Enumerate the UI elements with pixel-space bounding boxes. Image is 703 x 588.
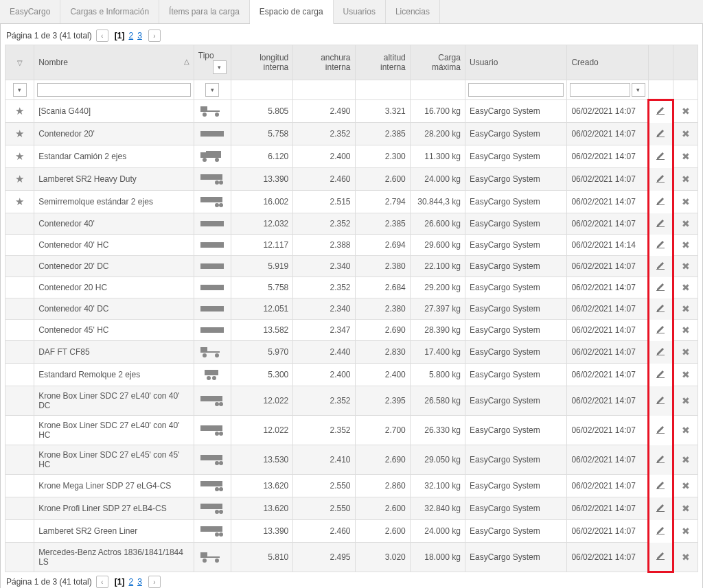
delete-icon[interactable]: ✖	[673, 235, 698, 256]
edit-icon[interactable]	[648, 100, 673, 123]
svg-rect-7	[200, 152, 206, 158]
edit-icon[interactable]	[648, 497, 673, 520]
tab--tems-para-la-carga[interactable]: Ítems para la carga	[159, 0, 250, 23]
delete-icon[interactable]: ✖	[673, 416, 698, 445]
delete-icon[interactable]: ✖	[673, 191, 698, 213]
pager-next[interactable]: ›	[148, 576, 161, 588]
favorite-icon[interactable]	[5, 520, 34, 543]
edit-icon[interactable]	[648, 520, 673, 543]
filter-date[interactable]	[570, 83, 630, 97]
filter-name[interactable]	[37, 83, 191, 97]
edit-icon[interactable]	[648, 341, 673, 364]
edit-icon[interactable]	[648, 191, 673, 213]
favorite-icon[interactable]	[5, 235, 34, 256]
favorite-icon[interactable]	[5, 213, 34, 235]
edit-icon[interactable]	[648, 475, 673, 497]
edit-icon[interactable]	[648, 298, 673, 320]
edit-icon[interactable]	[648, 543, 673, 572]
col-anchura[interactable]: anchura interna	[293, 45, 355, 80]
col-nombre[interactable]: Nombre △	[34, 45, 194, 80]
favorite-icon[interactable]	[5, 364, 34, 386]
favorite-icon[interactable]	[5, 320, 34, 341]
favorite-icon[interactable]: ★	[5, 123, 34, 145]
edit-icon[interactable]	[648, 256, 673, 277]
favorite-icon[interactable]	[5, 386, 34, 416]
pager-next[interactable]: ›	[148, 30, 161, 42]
favorite-icon[interactable]: ★	[5, 191, 34, 213]
delete-icon[interactable]: ✖	[673, 543, 698, 572]
col-favorite[interactable]: ▽	[5, 45, 34, 80]
cell-maxload: 11.300 kg	[410, 145, 465, 168]
cell-length: 12.117	[231, 235, 292, 256]
pager-page-2[interactable]: 2	[128, 577, 133, 587]
delete-icon[interactable]: ✖	[673, 100, 698, 123]
favorite-icon[interactable]	[5, 543, 34, 572]
delete-icon[interactable]: ✖	[673, 475, 698, 497]
pager-prev[interactable]: ‹	[96, 576, 108, 588]
edit-icon[interactable]	[648, 416, 673, 445]
vehicle-type-icon	[194, 298, 231, 320]
col-longitud[interactable]: longitud interna	[231, 45, 292, 80]
edit-icon[interactable]	[648, 145, 673, 168]
delete-icon[interactable]: ✖	[673, 213, 698, 235]
favorite-icon[interactable]: ★	[5, 100, 34, 123]
delete-icon[interactable]: ✖	[673, 320, 698, 341]
edit-icon[interactable]	[648, 320, 673, 341]
pager-page-3[interactable]: 3	[137, 577, 142, 587]
tab-easycargo[interactable]: EasyCargo	[0, 0, 60, 23]
favorite-icon[interactable]: ★	[5, 168, 34, 191]
favorite-icon[interactable]	[5, 475, 34, 497]
cell-length: 12.022	[231, 416, 292, 445]
tab-usuarios[interactable]: Usuarios	[334, 0, 386, 23]
delete-icon[interactable]: ✖	[673, 123, 698, 145]
edit-icon[interactable]	[648, 213, 673, 235]
col-altitud[interactable]: altitud interna	[355, 45, 410, 80]
edit-icon[interactable]	[648, 445, 673, 475]
delete-icon[interactable]: ✖	[673, 256, 698, 277]
svg-point-38	[207, 376, 211, 380]
edit-icon[interactable]	[648, 235, 673, 256]
pager-page-3[interactable]: 3	[137, 31, 142, 40]
tab-licencias[interactable]: Licencias	[386, 0, 440, 23]
filter-fav[interactable]: ▾	[13, 83, 27, 97]
delete-icon[interactable]: ✖	[673, 364, 698, 386]
svg-rect-4	[656, 114, 665, 115]
delete-icon[interactable]: ✖	[673, 445, 698, 475]
svg-rect-29	[656, 311, 665, 312]
pager-page-2[interactable]: 2	[128, 31, 133, 40]
col-tipo[interactable]: Tipo ▾	[194, 45, 231, 80]
favorite-icon[interactable]	[5, 277, 34, 298]
edit-icon[interactable]	[648, 364, 673, 386]
delete-icon[interactable]: ✖	[673, 386, 698, 416]
edit-icon[interactable]	[648, 123, 673, 145]
favorite-icon[interactable]: ★	[5, 145, 34, 168]
filter-type[interactable]: ▾	[205, 83, 219, 97]
favorite-icon[interactable]	[5, 341, 34, 364]
favorite-icon[interactable]	[5, 298, 34, 320]
favorite-icon[interactable]	[5, 497, 34, 520]
delete-icon[interactable]: ✖	[673, 520, 698, 543]
tab-cargas-e-informaci-n[interactable]: Cargas e Información	[60, 0, 159, 23]
delete-icon[interactable]: ✖	[673, 497, 698, 520]
edit-icon[interactable]	[648, 386, 673, 416]
delete-icon[interactable]: ✖	[673, 168, 698, 191]
favorite-icon[interactable]	[5, 445, 34, 475]
delete-icon[interactable]: ✖	[673, 341, 698, 364]
tab-espacio-de-carga[interactable]: Espacio de carga	[250, 0, 334, 24]
favorite-icon[interactable]	[5, 256, 34, 277]
pager-prev[interactable]: ‹	[96, 30, 108, 42]
edit-icon[interactable]	[648, 277, 673, 298]
favorite-icon[interactable]	[5, 416, 34, 445]
edit-icon[interactable]	[648, 168, 673, 191]
svg-rect-25	[656, 269, 665, 270]
col-carga[interactable]: Carga máxima	[410, 45, 465, 80]
delete-icon[interactable]: ✖	[673, 277, 698, 298]
filter-user[interactable]	[468, 83, 564, 97]
svg-rect-32	[200, 347, 207, 353]
col-usuario[interactable]: Usuario	[465, 45, 566, 80]
filter-date-dd[interactable]: ▾	[632, 83, 645, 97]
cell-name: Contenedor 45' HC	[34, 320, 194, 341]
col-creado[interactable]: Creado	[567, 45, 648, 80]
delete-icon[interactable]: ✖	[673, 145, 698, 168]
delete-icon[interactable]: ✖	[673, 298, 698, 320]
